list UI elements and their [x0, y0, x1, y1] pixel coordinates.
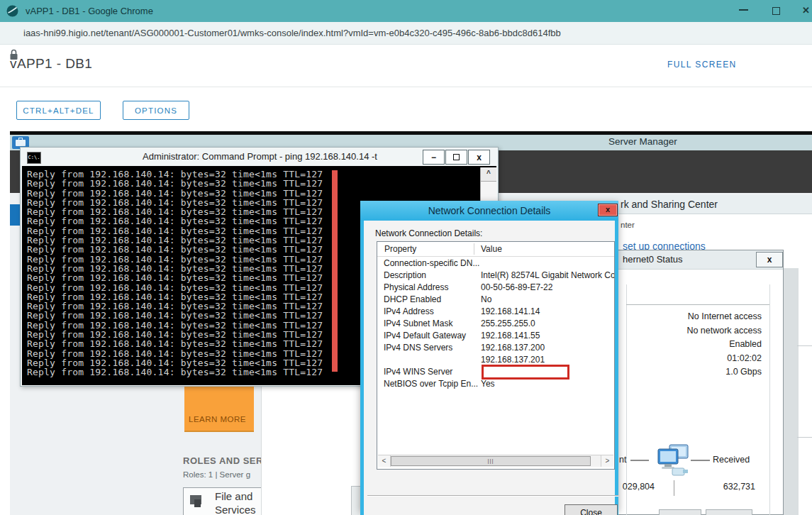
eth-value-separator: [674, 480, 674, 496]
tab-favicon-globe-icon: [6, 5, 18, 17]
eth-sent-label: nt: [619, 455, 626, 465]
file-and-storage-services-tile[interactable]: File and Services: [183, 487, 265, 515]
ncd-value: [481, 258, 614, 270]
eth-window-title: hernet0 Status: [623, 254, 683, 265]
ncd-row[interactable]: IPv4 DNS Servers192.168.137.200: [377, 342, 614, 354]
nsc-breadcrumb: nter: [621, 221, 635, 229]
ncd-property: DHCP Enabled: [377, 294, 481, 306]
ncd-col-value: Value: [481, 244, 502, 254]
eth-status-value: 01:02:02: [625, 352, 762, 366]
ncd-value: 192.168.137.200: [481, 342, 614, 354]
ncd-row[interactable]: DHCP EnabledNo: [377, 294, 614, 306]
cmd-maximize-button[interactable]: [445, 150, 467, 165]
ncd-col-property: Property: [384, 244, 416, 254]
close-button[interactable]: ✕: [802, 5, 810, 16]
eth-sent-value: 029,804: [612, 482, 655, 492]
eth-groupbox-divider: [626, 304, 769, 305]
eth-received-label: Received: [713, 455, 750, 465]
ping-line: Reply from 192.168.140.14: bytes=32 time…: [27, 273, 323, 282]
maximize-glyph: [453, 154, 460, 160]
ctrl-alt-del-button[interactable]: CTRL+ALT+DEL: [16, 101, 101, 120]
eth-status-value: Enabled: [625, 338, 762, 352]
server-manager-title: Server Manager: [608, 136, 677, 147]
ncd-dialog-body: Network Connection Details: Property Val…: [360, 221, 618, 515]
ping-line: Reply from 192.168.140.14: bytes=32 time…: [27, 301, 323, 311]
ncd-value: Intel(R) 82574L Gigabit Network Connect: [481, 270, 614, 282]
ping-line: Reply from 192.168.140.14: bytes=32 time…: [27, 245, 323, 254]
ncd-table-header: Property Value: [377, 242, 614, 257]
minimize-button[interactable]: [739, 9, 748, 11]
eth-dash-left: [630, 460, 649, 461]
maximize-button[interactable]: [772, 7, 780, 15]
ncd-scroll-right-arrow[interactable]: >: [601, 455, 613, 467]
ping-line: Reply from 192.168.140.14: bytes=32 time…: [27, 189, 323, 198]
eth-disable-button-top[interactable]: [706, 509, 752, 515]
tile-label-line1: File and: [215, 490, 252, 502]
window-title: vAPP1 - DB1 - Google Chrome: [26, 6, 153, 16]
learn-more-label[interactable]: LEARN MORE: [189, 415, 246, 423]
ping-line: Reply from 192.168.140.14: bytes=32 time…: [27, 321, 323, 330]
ncd-property: IPv4 WINS Server: [377, 366, 481, 378]
ncd-property: [377, 354, 481, 366]
ping-line: Reply from 192.168.140.14: bytes=32 time…: [27, 170, 323, 179]
ncd-close-button[interactable]: Close: [564, 504, 618, 515]
ncd-column-separator: [474, 243, 474, 255]
ncd-close-x-button[interactable]: x: [598, 204, 618, 216]
ncd-row[interactable]: IPv4 Default Gateway192.168.141.55: [377, 330, 614, 342]
ncd-row[interactable]: DescriptionIntel(R) 82574L Gigabit Netwo…: [377, 270, 614, 282]
ping-line: Reply from 192.168.140.14: bytes=32 time…: [27, 207, 323, 216]
ncd-property: IPv4 Default Gateway: [377, 330, 481, 342]
full-screen-link[interactable]: FULL SCREEN: [667, 60, 737, 70]
eth-status-values: No Internet accessNo network accessEnabl…: [625, 310, 762, 380]
roles-and-server-groups-heading: ROLES AND SERV: [183, 455, 269, 466]
eth-dash-right: [691, 460, 710, 461]
network-connection-details-dialog: Network Connection Details x Network Con…: [360, 201, 618, 511]
cmd-minimize-button[interactable]: −: [423, 150, 445, 165]
eth-status-value: 1.0 Gbps: [625, 365, 762, 380]
ncd-row[interactable]: IPv4 Address192.168.141.14: [377, 306, 614, 318]
browser-window: vAPP1 - DB1 - Google Chrome ✕ iaas-hni99…: [0, 0, 812, 515]
nsc-right-strip: [783, 268, 799, 515]
ping-line: Reply from 192.168.140.14: bytes=32 time…: [27, 198, 323, 207]
ncd-value: 192.168.141.14: [481, 306, 614, 318]
ping-line: Reply from 192.168.140.14: bytes=32 time…: [27, 339, 323, 348]
nsc-window-title: rk and Sharing Center: [621, 199, 718, 210]
ncd-property: Connection-specific DN...: [377, 258, 481, 270]
header-divider: [0, 87, 812, 87]
ncd-row[interactable]: Physical Address00-50-56-89-E7-22: [377, 282, 614, 294]
ncd-row[interactable]: Connection-specific DN...: [377, 258, 614, 270]
eth-groupbox-right: [769, 284, 770, 515]
cmd-close-button[interactable]: x: [468, 150, 490, 165]
ncd-scroll-thumb[interactable]: |||: [391, 456, 591, 466]
ping-line: Reply from 192.168.140.14: bytes=32 time…: [27, 236, 323, 245]
server-manager-nav-selected[interactable]: [10, 204, 20, 226]
cmd-scroll-up-arrow[interactable]: ^: [481, 167, 496, 182]
ncd-property: Description: [377, 270, 481, 282]
url-text[interactable]: iaas-hni99.higio.net/tenant/ASG000001-Cu…: [23, 28, 561, 38]
chrome-titlebar: vAPP1 - DB1 - Google Chrome ✕: [0, 0, 812, 22]
server-folder-icon-part: [194, 499, 201, 507]
ncd-row[interactable]: IPv4 Subnet Mask255.255.255.0: [377, 318, 614, 330]
ncd-scroll-left-arrow[interactable]: <: [378, 455, 391, 467]
options-button[interactable]: OPTIONS: [123, 101, 189, 120]
nsc-section-divider: [797, 345, 812, 346]
ping-line: Reply from 192.168.140.14: bytes=32 time…: [27, 179, 323, 188]
ping-line: Reply from 192.168.140.14: bytes=32 time…: [27, 226, 323, 236]
ncd-horizontal-scrollbar[interactable]: < ||| >: [378, 455, 613, 467]
ping-line: Reply from 192.168.140.14: bytes=32 time…: [27, 255, 323, 264]
ncd-details-table: Property Value Connection-specific DN...…: [377, 241, 615, 470]
computer-network-icon: [655, 443, 691, 479]
gateway-highlight-annotation: [482, 365, 569, 380]
nsc-section-divider: [797, 437, 812, 438]
ping-line: Reply from 192.168.140.14: bytes=32 time…: [27, 330, 323, 339]
ncd-value: 00-50-56-89-E7-22: [481, 282, 614, 294]
cmd-output: Reply from 192.168.140.14: bytes=32 time…: [27, 170, 323, 377]
tile-label-line2: Services: [215, 504, 256, 515]
server-manager-panel: [261, 387, 361, 515]
ncd-dialog-title: Network Connection Details: [360, 205, 618, 216]
eth-received-value: 632,731: [710, 482, 755, 492]
eth-close-button[interactable]: x: [756, 252, 783, 267]
chrome-urlbar[interactable]: iaas-hni99.higio.net/tenant/ASG000001-Cu…: [0, 22, 812, 45]
ncd-row[interactable]: NetBIOS over Tcpip En...Yes: [377, 378, 614, 390]
eth-properties-button-top[interactable]: [659, 509, 701, 515]
